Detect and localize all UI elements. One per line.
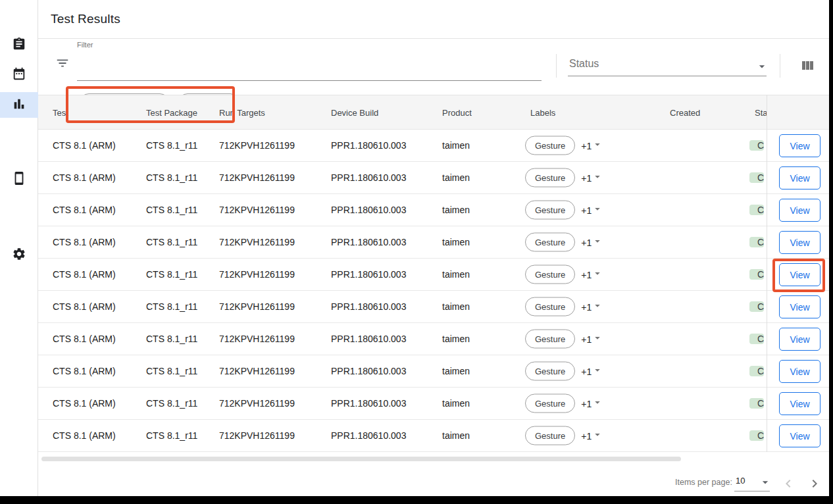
more-labels-dropdown[interactable]: +1 xyxy=(581,429,603,443)
cell-product: taimen xyxy=(442,205,470,215)
column-header-run-targets: Run Targets xyxy=(219,107,265,117)
table-body: CTS 8.1 (ARM) CTS 8.1_r11 712KPVH1261199… xyxy=(38,130,829,452)
label-chip: Gesture xyxy=(525,265,575,284)
sidebar-item-settings[interactable] xyxy=(0,242,38,268)
more-labels-count: +1 xyxy=(581,237,592,247)
cell-test-package: CTS 8.1_r11 xyxy=(146,172,197,183)
column-header-product: Product xyxy=(442,107,472,117)
cell-run-targets: 712KPVH1261199 xyxy=(219,301,295,312)
filter-field-label: Filter xyxy=(77,41,93,49)
chevron-down-icon xyxy=(592,268,603,282)
view-button[interactable]: View xyxy=(779,424,820,447)
table-row: CTS 8.1 (ARM) CTS 8.1_r11 712KPVH1261199… xyxy=(38,420,829,452)
column-header-status-clip: Status xyxy=(755,95,767,129)
results-table: Test Test Package Run Targets Device Bui… xyxy=(38,95,829,452)
more-labels-dropdown[interactable]: +1 xyxy=(581,332,603,346)
cell-run-targets: 712KPVH1261199 xyxy=(219,334,295,344)
filter-toolbar: Filter CTS 8.1 (ARM) Gesture Status xyxy=(38,39,829,95)
status-badge: C xyxy=(749,237,764,247)
cell-run-targets: 712KPVH1261199 xyxy=(219,237,295,247)
chevron-down-icon xyxy=(592,300,603,314)
next-page-icon[interactable] xyxy=(807,476,822,491)
table-row: CTS 8.1 (ARM) CTS 8.1_r11 712KPVH1261199… xyxy=(38,355,829,388)
chevron-down-icon xyxy=(592,332,603,346)
cell-run-targets: 712KPVH1261199 xyxy=(219,172,295,183)
column-header-test: Test xyxy=(53,107,68,117)
chevron-down-icon xyxy=(592,236,603,249)
status-select-label: Status xyxy=(569,58,599,70)
column-header-status: Status xyxy=(755,107,767,117)
cell-test-package: CTS 8.1_r11 xyxy=(146,205,197,215)
status-badge: C xyxy=(749,366,764,376)
cell-labels: Gesture +1 xyxy=(525,136,603,155)
table-row: CTS 8.1 (ARM) CTS 8.1_r11 712KPVH1261199… xyxy=(38,226,829,259)
label-chip: Gesture xyxy=(525,201,575,220)
chevron-down-icon xyxy=(592,429,603,443)
view-button[interactable]: View xyxy=(779,392,820,415)
cell-status-clip: C xyxy=(749,327,767,351)
table-row: CTS 8.1 (ARM) CTS 8.1_r11 712KPVH1261199… xyxy=(38,259,829,291)
column-header-labels: Labels xyxy=(530,107,555,117)
more-labels-dropdown[interactable]: +1 xyxy=(581,171,603,185)
more-labels-dropdown[interactable]: +1 xyxy=(581,268,603,282)
more-labels-dropdown[interactable]: +1 xyxy=(581,139,603,153)
status-badge: C xyxy=(749,140,764,151)
view-button[interactable]: View xyxy=(779,263,820,286)
view-columns-icon[interactable] xyxy=(799,58,815,74)
gear-icon xyxy=(12,247,26,264)
cell-test: CTS 8.1 (ARM) xyxy=(53,205,116,215)
main-content: Test Results Filter CTS 8.1 (ARM) Gestur… xyxy=(38,0,829,496)
cell-test-package: CTS 8.1_r11 xyxy=(146,140,197,151)
view-button[interactable]: View xyxy=(779,231,820,254)
status-select[interactable]: Status xyxy=(568,56,767,77)
horizontal-scrollbar[interactable] xyxy=(41,457,681,461)
view-button[interactable]: View xyxy=(779,328,820,351)
more-labels-dropdown[interactable]: +1 xyxy=(581,365,603,378)
cell-product: taimen xyxy=(442,140,470,151)
cell-product: taimen xyxy=(442,366,470,376)
view-button[interactable]: View xyxy=(779,360,820,383)
sidebar-item-results[interactable] xyxy=(0,92,38,118)
view-button[interactable]: View xyxy=(779,166,820,189)
chevron-down-icon xyxy=(592,203,603,217)
status-badge: C xyxy=(749,430,764,441)
more-labels-dropdown[interactable]: +1 xyxy=(581,397,603,411)
more-labels-dropdown[interactable]: +1 xyxy=(581,203,603,217)
view-button[interactable]: View xyxy=(779,199,820,222)
table-row: CTS 8.1 (ARM) CTS 8.1_r11 712KPVH1261199… xyxy=(38,291,829,323)
cell-status-clip: C xyxy=(749,134,767,158)
toolbar-divider xyxy=(556,54,557,78)
cell-product: taimen xyxy=(442,269,470,280)
sidebar-item-devices[interactable] xyxy=(0,166,38,193)
label-chip: Gesture xyxy=(525,394,575,413)
cell-status-clip: C xyxy=(749,230,767,255)
cell-test-package: CTS 8.1_r11 xyxy=(146,334,197,344)
cell-labels: Gesture +1 xyxy=(525,265,603,284)
more-labels-dropdown[interactable]: +1 xyxy=(581,236,603,249)
cell-test: CTS 8.1 (ARM) xyxy=(53,172,116,183)
label-chip: Gesture xyxy=(525,168,575,188)
more-labels-count: +1 xyxy=(581,334,592,344)
cell-device-build: PPR1.180610.003 xyxy=(331,398,406,409)
previous-page-icon xyxy=(780,476,796,491)
sidebar-item-tests[interactable] xyxy=(0,32,38,59)
sidebar xyxy=(0,0,38,496)
cell-device-build: PPR1.180610.003 xyxy=(331,334,406,344)
label-chip: Gesture xyxy=(525,426,575,445)
status-badge: C xyxy=(749,205,764,215)
cell-status-clip: C xyxy=(749,198,767,222)
view-button[interactable]: View xyxy=(779,134,820,157)
status-badge: C xyxy=(749,334,764,344)
filter-list-icon[interactable] xyxy=(55,56,71,72)
column-header-device-build: Device Build xyxy=(331,107,378,117)
view-button[interactable]: View xyxy=(779,295,820,318)
cell-product: taimen xyxy=(442,398,470,409)
more-labels-dropdown[interactable]: +1 xyxy=(581,300,603,314)
sidebar-item-plans[interactable] xyxy=(0,62,38,88)
table-header-row: Test Test Package Run Targets Device Bui… xyxy=(38,95,829,130)
sticky-column-border xyxy=(767,95,767,452)
cell-test-package: CTS 8.1_r11 xyxy=(146,301,197,312)
table-row: CTS 8.1 (ARM) CTS 8.1_r11 712KPVH1261199… xyxy=(38,323,829,355)
more-labels-count: +1 xyxy=(581,269,592,280)
status-badge: C xyxy=(749,269,764,280)
